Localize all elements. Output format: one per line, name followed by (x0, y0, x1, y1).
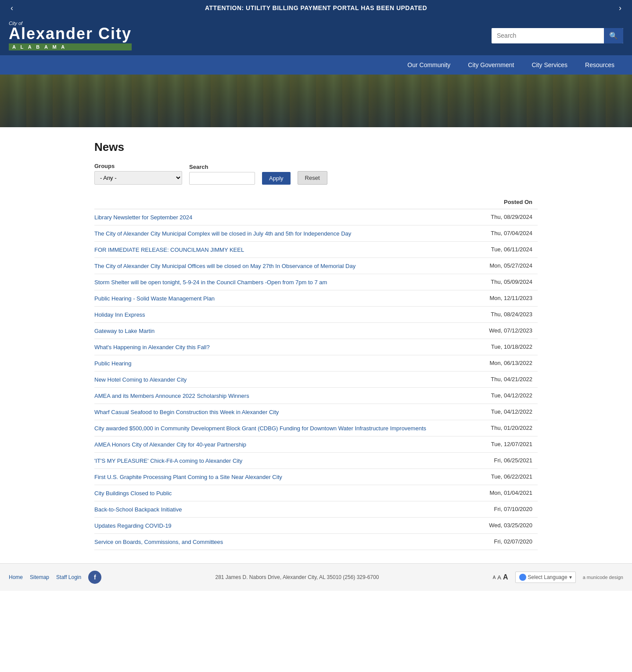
news-date: Mon, 12/11/2023 (482, 290, 538, 307)
table-row: City awarded $500,000 in Community Devel… (94, 420, 538, 436)
news-date: Tue, 10/18/2022 (482, 339, 538, 355)
news-link[interactable]: City awarded $500,000 in Community Devel… (94, 425, 426, 432)
search-area: 🔍 (492, 28, 623, 43)
footer-staff-login-link[interactable]: Staff Login (56, 574, 81, 580)
news-link[interactable]: Gateway to Lake Martin (94, 328, 154, 334)
banner-prev-button[interactable]: ‹ (7, 2, 17, 14)
news-date: Fri, 07/10/2020 (482, 501, 538, 518)
groups-select[interactable]: - Any - (94, 171, 182, 185)
news-link[interactable]: Back-to-School Backpack Initiative (94, 506, 182, 513)
news-date: Thu, 08/29/2024 (482, 209, 538, 225)
news-link[interactable]: Service on Boards, Commissions, and Comm… (94, 539, 223, 545)
reset-button[interactable]: Reset (298, 171, 327, 185)
main-nav: Our Community City Government City Servi… (0, 55, 632, 75)
table-row: First U.S. Graphite Processing Plant Com… (94, 469, 538, 485)
table-row: Gateway to Lake Martin Wed, 07/12/2023 (94, 323, 538, 339)
news-date: Fri, 06/25/2021 (482, 453, 538, 469)
search-filter: Search (189, 164, 255, 185)
font-size-small[interactable]: A (493, 575, 496, 580)
news-link[interactable]: Public Hearing - Solid Waste Management … (94, 295, 215, 302)
news-date: Thu, 08/24/2023 (482, 307, 538, 323)
news-link[interactable]: Library Newsletter for September 2024 (94, 214, 192, 221)
filter-area: Groups - Any - Search Apply Reset (94, 163, 538, 185)
news-link[interactable]: The City of Alexander City Municipal Com… (94, 230, 351, 237)
apply-button[interactable]: Apply (262, 172, 291, 185)
language-selector[interactable]: Select Language ▾ (515, 572, 576, 583)
municode-label: a municode design (583, 575, 623, 580)
globe-icon (519, 574, 526, 581)
news-date: Fri, 02/07/2020 (482, 534, 538, 550)
news-link[interactable]: Storm Shelter will be open tonight, 5-9-… (94, 279, 327, 286)
news-date: Tue, 04/12/2022 (482, 404, 538, 420)
nav-city-government[interactable]: City Government (459, 55, 523, 75)
font-size-controls: A A A (493, 573, 508, 581)
news-date: Thu, 04/21/2022 (482, 372, 538, 388)
news-date: Wed, 03/25/2020 (482, 518, 538, 534)
news-date: Mon, 01/04/2021 (482, 485, 538, 501)
nav-city-services[interactable]: City Services (523, 55, 576, 75)
news-date: Thu, 05/09/2024 (482, 274, 538, 290)
table-row: The City of Alexander City Municipal Com… (94, 225, 538, 242)
news-link[interactable]: Wharf Casual Seafood to Begin Constructi… (94, 409, 279, 415)
table-row: The City of Alexander City Municipal Off… (94, 258, 538, 274)
news-link[interactable]: AMEA Honors City of Alexander City for 4… (94, 441, 246, 448)
news-link[interactable]: First U.S. Graphite Processing Plant Com… (94, 474, 282, 480)
table-row: AMEA Honors City of Alexander City for 4… (94, 436, 538, 453)
news-date: Tue, 04/12/2022 (482, 388, 538, 404)
col-posted-on: Posted On (482, 195, 538, 209)
news-link[interactable]: Public Hearing (94, 360, 132, 367)
news-date: Thu, 07/04/2024 (482, 225, 538, 242)
footer-sitemap-link[interactable]: Sitemap (30, 574, 49, 580)
table-row: Holiday Inn Express Thu, 08/24/2023 (94, 307, 538, 323)
news-link[interactable]: City Buildings Closed to Public (94, 490, 172, 497)
table-row: City Buildings Closed to Public Mon, 01/… (94, 485, 538, 501)
news-link[interactable]: Holiday Inn Express (94, 311, 145, 318)
news-link[interactable]: AMEA and its Members Announce 2022 Schol… (94, 393, 249, 399)
table-row: AMEA and its Members Announce 2022 Schol… (94, 388, 538, 404)
news-search-input[interactable] (189, 172, 255, 185)
logo-area: City of Alexander City A L A B A M A (9, 21, 132, 50)
footer-home-link[interactable]: Home (9, 574, 23, 580)
news-link[interactable]: The City of Alexander City Municipal Off… (94, 263, 356, 269)
news-table: Posted On Library Newsletter for Septemb… (94, 195, 538, 550)
facebook-icon[interactable]: f (88, 571, 101, 584)
city-name-logo: Alexander City (9, 26, 132, 42)
news-link[interactable]: FOR IMMEDIATE RELEASE: COUNCILMAN JIMMY … (94, 247, 244, 253)
table-row: Public Hearing - Solid Waste Management … (94, 290, 538, 307)
select-language-label: Select Language (528, 574, 567, 580)
news-link[interactable]: 'IT'S MY PLEASURE' Chick-Fil-A coming to… (94, 458, 242, 464)
banner-message: ATTENTION: UTILITY BILLING PAYMENT PORTA… (17, 4, 615, 11)
table-row: Library Newsletter for September 2024 Th… (94, 209, 538, 225)
font-size-medium[interactable]: A (497, 574, 501, 581)
search-label: Search (189, 164, 255, 170)
table-row: Back-to-School Backpack Initiative Fri, … (94, 501, 538, 518)
nav-our-community[interactable]: Our Community (399, 55, 459, 75)
nav-resources[interactable]: Resources (576, 55, 623, 75)
dropdown-arrow-icon: ▾ (569, 574, 572, 580)
top-banner: ‹ ATTENTION: UTILITY BILLING PAYMENT POR… (0, 0, 632, 16)
table-row: What's Happening in Alexander City this … (94, 339, 538, 355)
footer-left: Home Sitemap Staff Login f (9, 571, 101, 584)
groups-label: Groups (94, 163, 182, 169)
news-link[interactable]: New Hotel Coming to Alexander City (94, 376, 187, 383)
news-date: Wed, 07/12/2023 (482, 323, 538, 339)
search-box: 🔍 (492, 28, 623, 43)
table-row: Public Hearing Mon, 06/13/2022 (94, 355, 538, 372)
news-date: Tue, 06/11/2024 (482, 242, 538, 258)
search-button[interactable]: 🔍 (604, 28, 623, 43)
footer-right: A A A Select Language ▾ a municode desig… (493, 572, 623, 583)
site-header: City of Alexander City A L A B A M A 🔍 (0, 16, 632, 55)
table-row: Wharf Casual Seafood to Begin Constructi… (94, 404, 538, 420)
news-link[interactable]: What's Happening in Alexander City this … (94, 344, 210, 350)
table-row: Service on Boards, Commissions, and Comm… (94, 534, 538, 550)
search-input[interactable] (492, 29, 604, 43)
news-link[interactable]: Updates Regarding COVID-19 (94, 522, 172, 529)
font-size-large[interactable]: A (503, 573, 508, 581)
table-row: Updates Regarding COVID-19 Wed, 03/25/20… (94, 518, 538, 534)
col-title (94, 195, 482, 209)
table-row: New Hotel Coming to Alexander City Thu, … (94, 372, 538, 388)
banner-next-button[interactable]: › (615, 2, 625, 14)
news-date: Tue, 12/07/2021 (482, 436, 538, 453)
table-row: 'IT'S MY PLEASURE' Chick-Fil-A coming to… (94, 453, 538, 469)
main-content: News Groups - Any - Search Apply Reset P… (86, 127, 546, 563)
